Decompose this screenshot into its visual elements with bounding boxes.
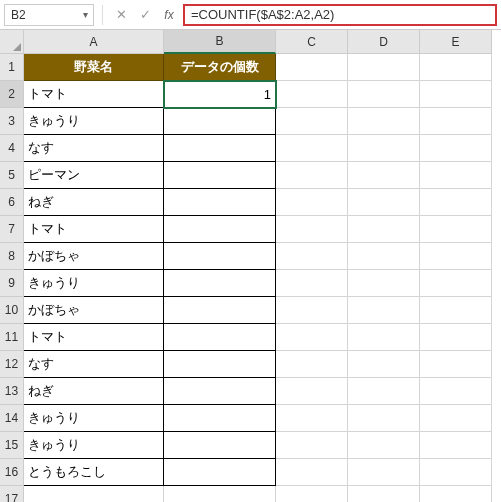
cell[interactable] <box>164 459 276 486</box>
row-header[interactable]: 3 <box>0 108 23 135</box>
cell[interactable]: きゅうり <box>24 405 164 432</box>
row-header[interactable]: 1 <box>0 54 23 81</box>
cell[interactable] <box>420 135 492 162</box>
col-header[interactable]: B <box>164 30 276 54</box>
cell[interactable] <box>164 270 276 297</box>
col-header[interactable]: D <box>348 30 420 54</box>
cell[interactable] <box>348 297 420 324</box>
cell[interactable] <box>420 459 492 486</box>
cell[interactable] <box>164 162 276 189</box>
cell[interactable] <box>348 351 420 378</box>
cell[interactable]: トマト <box>24 81 164 108</box>
cell[interactable] <box>276 432 348 459</box>
cell[interactable] <box>164 108 276 135</box>
cell[interactable]: きゅうり <box>24 108 164 135</box>
col-header[interactable]: E <box>420 30 492 54</box>
cell[interactable] <box>420 108 492 135</box>
enter-icon[interactable]: ✓ <box>135 5 155 25</box>
cell[interactable] <box>276 486 348 502</box>
cell[interactable] <box>420 54 492 81</box>
row-header[interactable]: 12 <box>0 351 23 378</box>
cell[interactable] <box>276 189 348 216</box>
cell[interactable] <box>164 405 276 432</box>
cell[interactable] <box>276 243 348 270</box>
cell[interactable] <box>348 432 420 459</box>
cell[interactable] <box>348 216 420 243</box>
cell[interactable] <box>276 162 348 189</box>
select-all-corner[interactable] <box>0 30 23 54</box>
cell[interactable] <box>348 378 420 405</box>
cell[interactable]: かぼちゃ <box>24 297 164 324</box>
cell[interactable] <box>24 486 164 502</box>
cell[interactable] <box>420 162 492 189</box>
cell[interactable] <box>420 324 492 351</box>
row-header[interactable]: 8 <box>0 243 23 270</box>
cell[interactable] <box>164 135 276 162</box>
row-header[interactable]: 9 <box>0 270 23 297</box>
row-header[interactable]: 16 <box>0 459 23 486</box>
cell[interactable] <box>420 351 492 378</box>
cell[interactable] <box>164 351 276 378</box>
cell[interactable] <box>420 216 492 243</box>
row-header[interactable]: 6 <box>0 189 23 216</box>
cell[interactable] <box>348 459 420 486</box>
cell[interactable] <box>420 297 492 324</box>
cell[interactable] <box>420 81 492 108</box>
cell[interactable] <box>276 405 348 432</box>
cell[interactable]: ねぎ <box>24 189 164 216</box>
cell[interactable] <box>164 216 276 243</box>
cell[interactable] <box>164 189 276 216</box>
cell[interactable] <box>276 108 348 135</box>
cell[interactable] <box>164 324 276 351</box>
row-header[interactable]: 7 <box>0 216 23 243</box>
row-header[interactable]: 10 <box>0 297 23 324</box>
cell[interactable] <box>276 81 348 108</box>
cell[interactable] <box>164 378 276 405</box>
row-header[interactable]: 13 <box>0 378 23 405</box>
row-header[interactable]: 5 <box>0 162 23 189</box>
row-header[interactable]: 15 <box>0 432 23 459</box>
cell[interactable] <box>348 405 420 432</box>
cell[interactable]: トマト <box>24 216 164 243</box>
cell[interactable] <box>348 135 420 162</box>
col-header[interactable]: A <box>24 30 164 54</box>
cell[interactable] <box>348 189 420 216</box>
cell[interactable] <box>276 135 348 162</box>
cell[interactable] <box>348 162 420 189</box>
cell[interactable] <box>420 270 492 297</box>
cell[interactable]: きゅうり <box>24 432 164 459</box>
fx-icon[interactable]: fx <box>159 5 179 25</box>
cell[interactable] <box>276 351 348 378</box>
cell[interactable] <box>348 324 420 351</box>
cell[interactable] <box>348 486 420 502</box>
row-header[interactable]: 2 <box>0 81 23 108</box>
cell-active[interactable]: 1 <box>164 81 276 108</box>
cell[interactable] <box>420 486 492 502</box>
cell[interactable] <box>276 459 348 486</box>
cell[interactable] <box>276 378 348 405</box>
cell[interactable] <box>420 378 492 405</box>
cell[interactable] <box>348 270 420 297</box>
cell[interactable] <box>348 108 420 135</box>
cell[interactable] <box>420 432 492 459</box>
cell[interactable] <box>420 243 492 270</box>
cell[interactable] <box>164 432 276 459</box>
name-box[interactable]: B2 ▾ <box>4 4 94 26</box>
cell[interactable] <box>420 405 492 432</box>
cell[interactable] <box>348 243 420 270</box>
cell[interactable] <box>276 324 348 351</box>
cell[interactable]: ピーマン <box>24 162 164 189</box>
cell[interactable] <box>164 297 276 324</box>
cell[interactable]: きゅうり <box>24 270 164 297</box>
cell[interactable] <box>276 216 348 243</box>
header-cell-a[interactable]: 野菜名 <box>24 54 164 81</box>
cell[interactable] <box>276 297 348 324</box>
header-cell-b[interactable]: データの個数 <box>164 54 276 81</box>
cell[interactable] <box>276 54 348 81</box>
cell[interactable]: トマト <box>24 324 164 351</box>
cell[interactable] <box>420 189 492 216</box>
row-header[interactable]: 17 <box>0 486 23 502</box>
formula-input[interactable]: =COUNTIF($A$2:A2,A2) <box>183 4 497 26</box>
cell[interactable]: とうもろこし <box>24 459 164 486</box>
row-header[interactable]: 11 <box>0 324 23 351</box>
